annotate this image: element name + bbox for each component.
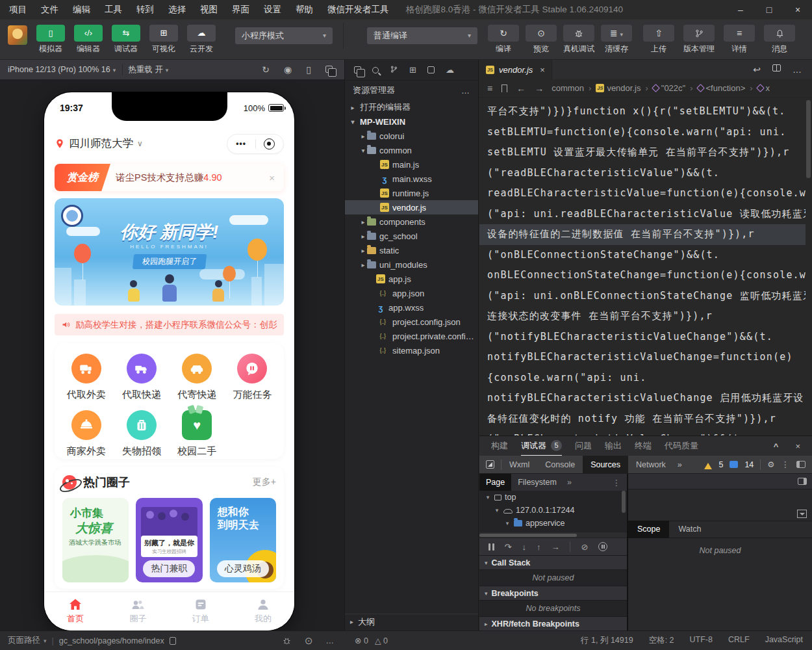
compile-button[interactable]: ↻ 编译: [488, 25, 519, 55]
minimize-button[interactable]: –: [726, 5, 755, 15]
deactivate-breakpoints-icon[interactable]: ⊘: [581, 542, 588, 552]
device-selector[interactable]: iPhone 12/13 (Pro) 100% 16▾: [0, 65, 122, 74]
horizontal-scrollbar[interactable]: [479, 532, 627, 538]
menu-item[interactable]: 视图: [200, 4, 218, 16]
menu-item[interactable]: 设置: [264, 4, 281, 16]
tree-item-top[interactable]: ▾ top: [479, 491, 627, 504]
tree-item[interactable]: ▸ components: [345, 214, 478, 229]
search-icon[interactable]: [372, 67, 379, 73]
collapse-panel-icon[interactable]: ^: [774, 441, 779, 451]
close-icon[interactable]: ×: [269, 172, 275, 183]
source-control-icon[interactable]: [390, 65, 398, 75]
tree-item[interactable]: {..} project.private.config.js…: [345, 329, 478, 343]
outline-section[interactable]: ▸ 大纲: [345, 614, 478, 629]
more-tabs-icon[interactable]: »: [674, 460, 686, 469]
extensions-icon[interactable]: ⊞: [409, 65, 416, 75]
tree-item[interactable]: ▾ MP-WEIXIN: [345, 114, 478, 129]
clear-cache-button[interactable]: ≣ ▾ 清缓存: [601, 25, 632, 55]
detach-window-icon[interactable]: [325, 64, 333, 75]
user-avatar[interactable]: [8, 25, 27, 45]
gear-icon[interactable]: ⚙: [767, 460, 774, 469]
kebab-menu-icon[interactable]: ⋮: [613, 478, 628, 488]
menu-item[interactable]: 微信开发者工具: [327, 4, 389, 16]
kebab-menu-icon[interactable]: ⋮: [781, 460, 791, 469]
tree-item[interactable]: JS main.js: [345, 157, 478, 172]
menu-item[interactable]: 编辑: [73, 4, 90, 16]
breakpoints-header[interactable]: ▾Breakpoints: [479, 586, 627, 601]
step-out-icon[interactable]: ↑: [537, 542, 541, 552]
devtools-tab[interactable]: Console: [537, 456, 583, 474]
copy-icon[interactable]: [170, 637, 176, 645]
tab-circles[interactable]: 圈子: [107, 592, 169, 630]
breadcrumb-item[interactable]: "022c": [643, 83, 685, 93]
menu-item[interactable]: 选择: [168, 4, 186, 16]
miniprogram-capsule[interactable]: •••: [227, 134, 284, 154]
more-actions-icon[interactable]: …: [793, 64, 802, 75]
panel-toggle-button[interactable]: ⇆ 调试器: [109, 25, 143, 55]
tree-item-appservice[interactable]: ▾ appservice: [479, 517, 627, 530]
version-control-button[interactable]: 版本管理: [683, 25, 715, 55]
service-item[interactable]: 商家外卖: [58, 410, 114, 458]
more-tabs-icon[interactable]: »: [563, 478, 576, 487]
tab-watch[interactable]: Watch: [669, 521, 710, 538]
close-panel-icon[interactable]: ×: [795, 441, 800, 451]
tree-item[interactable]: ▸ uni_modules: [345, 257, 478, 272]
tree-item[interactable]: {..} app.json: [345, 286, 478, 300]
panel-tab[interactable]: 构建: [491, 436, 508, 456]
expand-icon[interactable]: [797, 510, 807, 518]
devtools-tab[interactable]: Wxml: [501, 456, 537, 474]
hot-reload-toggle[interactable]: 热重载 开▾: [122, 64, 173, 75]
panel-tab[interactable]: 代码质量: [665, 436, 698, 456]
menu-item[interactable]: 转到: [136, 4, 154, 16]
panel-toggle-button[interactable]: ☁ 云开发: [184, 25, 218, 55]
files-icon[interactable]: [354, 66, 361, 73]
more-actions-icon[interactable]: …: [461, 86, 470, 96]
mode-dropdown[interactable]: 小程序模式 ▾: [235, 27, 333, 44]
bug-icon[interactable]: [282, 636, 292, 645]
tab-orders[interactable]: 订单: [170, 592, 232, 630]
menu-item[interactable]: 项目: [9, 4, 27, 16]
xhr-breakpoints-header[interactable]: ▸XHR/fetch Breakpoints: [479, 617, 627, 631]
messages-button[interactable]: 消息: [764, 25, 795, 55]
campus-selector[interactable]: 四川师范大学: [69, 136, 133, 151]
panel-tab[interactable]: 调试器 5: [521, 436, 562, 456]
record-icon[interactable]: ◉: [284, 64, 292, 75]
tree-item-host[interactable]: ▾ 127.0.0.1:17244: [479, 504, 627, 517]
pause-icon[interactable]: [488, 543, 494, 551]
tree-item[interactable]: ʒ main.wxss: [345, 172, 478, 186]
service-item[interactable]: 失物招领: [114, 410, 169, 458]
tab-scope[interactable]: Scope: [628, 521, 669, 538]
tree-item[interactable]: ʒ app.wxss: [345, 300, 478, 315]
menu-item[interactable]: 文件: [41, 4, 58, 16]
step-into-icon[interactable]: ↓: [522, 542, 526, 552]
tab-page[interactable]: Page: [479, 474, 511, 491]
page-path-value[interactable]: gc_school/pages/home/index: [59, 636, 164, 645]
menu-item[interactable]: 工具: [105, 4, 122, 16]
breadcrumb-item[interactable]: JS vendor.js: [587, 83, 641, 93]
notice-marquee[interactable]: 励高校学生对接，搭建小程序联系微信公众号：创彭: [55, 314, 284, 335]
breadcrumb-item[interactable]: <function>: [688, 83, 745, 93]
panel-toggle-button[interactable]: ⊞ 可视化: [147, 25, 181, 55]
tree-item[interactable]: JS runtime.js: [345, 186, 478, 200]
bookmark-icon[interactable]: [501, 84, 507, 92]
breadcrumb-item[interactable]: x: [748, 83, 770, 93]
step-icon[interactable]: →: [551, 542, 559, 552]
circle-card[interactable]: 小市集 大惊喜 酒城大学跳蚤市场 校园二手: [62, 498, 129, 582]
inspect-element-icon[interactable]: [486, 460, 494, 469]
more-actions-icon[interactable]: …: [326, 636, 335, 645]
panel-tab[interactable]: 问题: [575, 436, 592, 456]
more-link[interactable]: 更多+: [253, 476, 276, 488]
devtools-tab[interactable]: Sources: [583, 456, 628, 474]
navigator-scrollbar[interactable]: [622, 491, 626, 530]
eye-icon[interactable]: ⊙: [305, 635, 313, 647]
devtools-tab[interactable]: Network: [628, 456, 674, 474]
details-button[interactable]: ≡ 详情: [724, 25, 755, 55]
back-icon[interactable]: ←: [516, 83, 526, 94]
editor-scrollbar[interactable]: [806, 100, 811, 432]
warning-count[interactable]: 5: [718, 460, 723, 469]
hero-banner[interactable]: 你好 新同学! HELLO FRESHMAN! 校园跑腿开启了: [55, 198, 284, 306]
upload-button[interactable]: ⇧ 上传: [643, 25, 674, 55]
code-area[interactable]: 平台不支持")})}function x(){r("setBLEMTU")&&(…: [479, 98, 806, 436]
service-item[interactable]: 代取外卖: [58, 354, 114, 401]
word-wrap-icon[interactable]: ↩: [753, 64, 761, 75]
